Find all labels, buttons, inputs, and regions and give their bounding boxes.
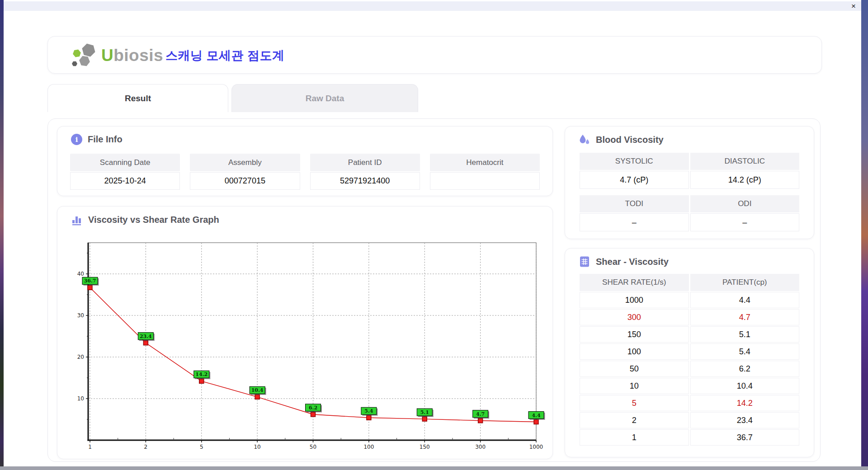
main-content: i File Info Scanning Date2025-10-24Assem… [47, 118, 821, 462]
file-info-title: File Info [88, 134, 123, 145]
file-info-header: Assembly [190, 154, 300, 171]
table-row: 1505.1 [580, 326, 799, 343]
svg-text:20: 20 [77, 354, 84, 360]
viscosity-graph-card: Viscosity vs Shear Rate Graph 1020304012… [57, 206, 553, 459]
blood-viscosity-title-row: Blood Viscosity [579, 134, 664, 146]
close-button[interactable]: × [851, 1, 856, 11]
svg-text:1: 1 [88, 444, 92, 450]
bv-value-row: 4.7 (cP)14.2 (cP) [580, 171, 799, 189]
svg-text:10.4: 10.4 [251, 387, 264, 393]
desktop-edge-bottom [0, 466, 868, 470]
ubiosis-logo-icon [70, 42, 99, 70]
svg-text:150: 150 [420, 444, 430, 450]
svg-text:5.1: 5.1 [420, 409, 429, 415]
desktop-edge-left [0, 0, 4, 470]
viscosity-chart: 102030401251050100150300100036.723.414.2… [57, 207, 553, 460]
tab-result[interactable]: Result [47, 84, 228, 112]
bv-value-cell: 14.2 (cP) [690, 171, 800, 189]
sv-cell-rate: 10 [580, 378, 689, 394]
sv-header-cell: PATIENT(cp) [690, 274, 800, 291]
window-titlebar: × [4, 1, 861, 11]
bv-header-row: TODIODI [580, 195, 799, 212]
file-info-value [430, 172, 540, 190]
shear-viscosity-table: SHEAR RATE(1/s)PATIENT(cp)10004.43004.71… [580, 274, 799, 446]
file-info-card: i File Info Scanning Date2025-10-24Assem… [57, 126, 553, 196]
sv-cell-rate: 2 [580, 412, 689, 428]
table-row: 10004.4 [580, 292, 799, 308]
ubiosis-logo: Ubiosis [70, 42, 163, 70]
droplets-icon [579, 134, 590, 146]
table-icon [579, 256, 590, 268]
shear-viscosity-title-row: Shear - Viscosity [579, 256, 669, 268]
svg-text:40: 40 [77, 271, 84, 277]
bv-header-cell: ODI [690, 195, 800, 212]
bv-value-cell: – [580, 213, 689, 231]
table-row: 506.2 [580, 361, 799, 377]
sv-cell-rate: 100 [580, 343, 689, 360]
svg-text:50: 50 [310, 444, 316, 450]
bv-header-cell: DIASTOLIC [690, 153, 800, 170]
sv-cell-value: 4.4 [690, 292, 800, 308]
svg-text:4.7: 4.7 [476, 411, 485, 417]
shear-viscosity-title: Shear - Viscosity [596, 257, 669, 267]
sv-cell-value: 5.1 [690, 326, 800, 343]
svg-text:14.2: 14.2 [195, 371, 208, 377]
bv-value-cell: – [690, 213, 800, 231]
tab-raw-data[interactable]: Raw Data [231, 84, 418, 112]
table-row: 3004.7 [580, 309, 799, 325]
logo-wordmark: Ubiosis [101, 46, 163, 65]
svg-text:10: 10 [77, 395, 84, 402]
file-info-value: 2025-10-24 [70, 172, 180, 190]
blood-viscosity-card: Blood Viscosity SYSTOLICDIASTOLIC4.7 (cP… [565, 126, 814, 239]
svg-text:5.4: 5.4 [364, 408, 373, 414]
table-row: 136.7 [580, 429, 799, 446]
blood-viscosity-title: Blood Viscosity [596, 135, 664, 145]
file-info-column: Scanning Date2025-10-24 [70, 154, 180, 190]
bv-value-row: –– [580, 213, 799, 231]
table-row: 1005.4 [580, 343, 799, 360]
table-row: 1010.4 [580, 378, 799, 394]
bv-value-cell: 4.7 (cP) [580, 171, 689, 189]
svg-text:300: 300 [475, 444, 486, 450]
sv-cell-value: 4.7 [690, 309, 800, 325]
svg-text:1000: 1000 [529, 444, 543, 450]
file-info-value: 000727015 [190, 172, 300, 190]
file-info-grid: Scanning Date2025-10-24Assembly000727015… [70, 154, 540, 190]
file-info-title-row: i File Info [71, 134, 123, 145]
sv-cell-value: 10.4 [690, 378, 800, 394]
sv-cell-value: 23.4 [690, 412, 800, 428]
sv-cell-rate: 150 [580, 326, 689, 343]
file-info-value: 52971921400 [310, 172, 420, 190]
svg-text:10: 10 [254, 444, 260, 450]
sv-header-cell: SHEAR RATE(1/s) [580, 274, 689, 291]
file-info-column: Patient ID52971921400 [310, 154, 420, 190]
desktop-edge-right [861, 0, 868, 470]
file-info-header: Scanning Date [70, 154, 180, 171]
svg-text:100: 100 [363, 444, 374, 450]
sv-cell-rate: 1 [580, 429, 689, 446]
shear-viscosity-card: Shear - Viscosity SHEAR RATE(1/s)PATIENT… [565, 248, 814, 457]
bv-spacer [580, 190, 799, 195]
sv-cell-value: 5.4 [690, 343, 800, 360]
svg-text:4.4: 4.4 [532, 413, 540, 418]
svg-text:2: 2 [144, 444, 148, 450]
file-info-header: Patient ID [310, 154, 420, 171]
info-icon: i [71, 134, 82, 145]
sv-cell-rate: 50 [580, 361, 689, 377]
sv-cell-value: 36.7 [690, 429, 800, 446]
sv-header-row: SHEAR RATE(1/s)PATIENT(cp) [580, 274, 799, 291]
sv-cell-rate: 1000 [580, 292, 689, 308]
sv-cell-rate: 5 [580, 395, 689, 411]
sv-cell-rate: 300 [580, 309, 689, 325]
header-card: Ubiosis 스캐닝 모세관 점도계 [47, 36, 822, 74]
app-title: 스캐닝 모세관 점도계 [165, 37, 285, 74]
app-window: × Ubiosis 스캐닝 모세관 점도계 Result Raw Data i … [4, 0, 861, 466]
svg-text:36.7: 36.7 [84, 278, 96, 284]
svg-text:23.4: 23.4 [140, 334, 152, 339]
bv-header-row: SYSTOLICDIASTOLIC [580, 153, 799, 170]
file-info-header: Hematocrit [430, 154, 540, 171]
table-row: 514.2 [580, 395, 799, 411]
bv-header-cell: SYSTOLIC [580, 153, 689, 170]
svg-text:30: 30 [77, 312, 84, 319]
table-row: 223.4 [580, 412, 799, 428]
